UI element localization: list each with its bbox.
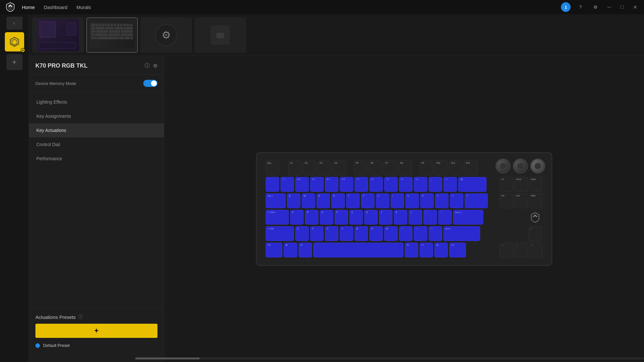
key-slash[interactable]: / ? bbox=[429, 226, 442, 241]
key-lwin[interactable]: ⊞ bbox=[284, 243, 297, 257]
key-z[interactable]: Z bbox=[295, 226, 309, 241]
key-quote[interactable]: ' " bbox=[438, 210, 452, 225]
key-enter[interactable]: Enter ↵ bbox=[453, 210, 483, 225]
key-minus[interactable]: _ - bbox=[429, 177, 442, 192]
key-p[interactable]: P bbox=[420, 193, 434, 208]
key-3[interactable]: # 3 bbox=[310, 177, 324, 192]
key-backslash[interactable]: \ | bbox=[465, 193, 488, 208]
key-f10[interactable]: F10 bbox=[434, 161, 448, 175]
key-j[interactable]: J bbox=[379, 210, 393, 225]
key-home[interactable]: Home bbox=[514, 177, 528, 192]
key-l[interactable]: L bbox=[409, 210, 422, 225]
active-device-icon[interactable] bbox=[5, 32, 24, 51]
nav-performance[interactable]: Performance bbox=[29, 152, 164, 166]
key-lalt[interactable]: Alt bbox=[298, 243, 312, 257]
key-equals[interactable]: = + bbox=[443, 177, 457, 192]
key-1[interactable]: ! 1 bbox=[280, 177, 294, 192]
preset-name[interactable]: Default Preset bbox=[43, 343, 70, 348]
nav-home[interactable]: Home bbox=[22, 3, 35, 11]
key-space[interactable] bbox=[313, 243, 403, 257]
key-6[interactable]: ^ 6 bbox=[355, 177, 368, 192]
key-lshift[interactable]: ⇧ Shift bbox=[266, 226, 294, 241]
key-caps[interactable]: ⇪ CAPS bbox=[266, 210, 289, 225]
add-device-button[interactable]: + bbox=[6, 54, 23, 70]
help-button[interactable]: ? bbox=[576, 2, 585, 12]
key-9[interactable]: ( 9 bbox=[399, 177, 412, 192]
key-0[interactable]: ) 0 bbox=[414, 177, 427, 192]
key-ralt[interactable]: Alt bbox=[405, 243, 418, 257]
key-down[interactable]: ↓ bbox=[514, 243, 528, 257]
key-i[interactable]: I bbox=[391, 193, 404, 208]
key-u[interactable]: U bbox=[376, 193, 389, 208]
key-menu[interactable]: ☰ bbox=[434, 243, 448, 257]
maximize-button[interactable]: □ bbox=[618, 3, 626, 11]
key-f6[interactable]: F6 bbox=[369, 161, 382, 175]
nav-lighting-effects[interactable]: Lighting Effects bbox=[29, 95, 164, 109]
key-s[interactable]: S bbox=[305, 210, 318, 225]
key-right[interactable]: → bbox=[529, 243, 543, 257]
key-f[interactable]: F bbox=[335, 210, 348, 225]
nav-key-assignments[interactable]: Key Assignments bbox=[29, 109, 164, 123]
key-semicolon[interactable]: ; : bbox=[423, 210, 437, 225]
key-y[interactable]: Y bbox=[361, 193, 374, 208]
sidebar-expand-button[interactable]: ‹ bbox=[6, 17, 23, 30]
device-tab-motherboard[interactable] bbox=[32, 17, 84, 53]
close-button[interactable]: ✕ bbox=[631, 3, 639, 11]
key-f9[interactable]: F9 bbox=[420, 161, 433, 175]
key-d[interactable]: D bbox=[320, 210, 333, 225]
presets-info-icon[interactable]: ⓘ bbox=[78, 314, 83, 320]
key-rbracket[interactable]: ] } bbox=[450, 193, 463, 208]
add-preset-button[interactable]: + bbox=[35, 324, 157, 338]
key-8[interactable]: * 8 bbox=[384, 177, 398, 192]
key-esc[interactable]: Esc bbox=[266, 161, 279, 175]
minimize-button[interactable]: ─ bbox=[605, 3, 613, 11]
key-a[interactable]: A bbox=[290, 210, 304, 225]
device-settings-icon[interactable]: ⚙ bbox=[153, 63, 157, 69]
key-tab[interactable]: Tab ⇥ bbox=[266, 193, 286, 208]
key-4[interactable]: $ 4 bbox=[325, 177, 338, 192]
key-f8[interactable]: F8 bbox=[398, 161, 412, 175]
key-rshift[interactable]: Shift ⇧ bbox=[443, 226, 480, 241]
key-x[interactable]: X bbox=[310, 226, 324, 241]
key-v[interactable]: V bbox=[340, 226, 353, 241]
key-t[interactable]: T bbox=[346, 193, 360, 208]
key-left[interactable]: ← bbox=[499, 243, 513, 257]
key-pgup[interactable]: PgUp bbox=[529, 177, 543, 192]
scrollbar-thumb[interactable] bbox=[135, 357, 200, 359]
key-f11[interactable]: F11 bbox=[449, 161, 463, 175]
key-m[interactable]: M bbox=[384, 226, 398, 241]
dial-2[interactable] bbox=[513, 159, 528, 173]
key-5[interactable]: % 5 bbox=[340, 177, 353, 192]
device-info-icon[interactable]: ⓘ bbox=[145, 62, 150, 69]
key-period[interactable]: . > bbox=[414, 226, 427, 241]
key-pgdn[interactable]: PgDn bbox=[529, 193, 543, 208]
nav-murals[interactable]: Murals bbox=[76, 3, 91, 11]
dial-1[interactable] bbox=[496, 159, 510, 173]
nav-dashboard[interactable]: Dashboard bbox=[44, 3, 67, 11]
nav-control-dial[interactable]: Control Dial bbox=[29, 137, 164, 152]
key-ins[interactable]: Ins bbox=[499, 177, 513, 192]
key-7[interactable]: & 7 bbox=[369, 177, 383, 192]
key-f1[interactable]: F1 bbox=[288, 161, 302, 175]
key-f5[interactable]: F5 bbox=[354, 161, 367, 175]
key-e[interactable]: E bbox=[317, 193, 330, 208]
key-n[interactable]: N bbox=[369, 226, 383, 241]
key-fn[interactable]: Fn bbox=[420, 243, 433, 257]
horizontal-scrollbar[interactable] bbox=[135, 357, 644, 359]
device-tab-fan[interactable]: ⚙ bbox=[140, 17, 192, 53]
key-end[interactable]: End bbox=[514, 193, 528, 208]
device-memory-toggle[interactable] bbox=[143, 80, 157, 87]
key-q[interactable]: Q bbox=[287, 193, 300, 208]
device-tab-empty[interactable] bbox=[194, 17, 246, 53]
key-r[interactable]: R bbox=[331, 193, 345, 208]
key-rctrl[interactable]: Ctrl bbox=[449, 243, 466, 257]
key-up[interactable]: ↑ bbox=[528, 226, 542, 241]
key-f4[interactable]: F4 bbox=[333, 161, 346, 175]
dial-3[interactable] bbox=[530, 159, 545, 173]
key-backtick[interactable]: ~ ` bbox=[266, 177, 279, 192]
key-c[interactable]: C bbox=[325, 226, 338, 241]
key-o[interactable]: O bbox=[405, 193, 419, 208]
key-f3[interactable]: F3 bbox=[318, 161, 331, 175]
key-f7[interactable]: F7 bbox=[384, 161, 397, 175]
key-w[interactable]: W bbox=[302, 193, 315, 208]
